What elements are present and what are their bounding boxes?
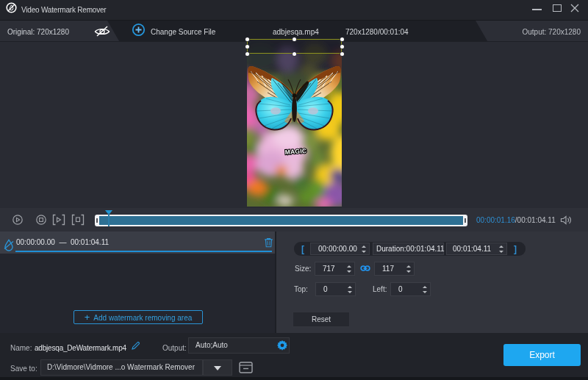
svg-text:MAGIC: MAGIC	[284, 147, 306, 156]
